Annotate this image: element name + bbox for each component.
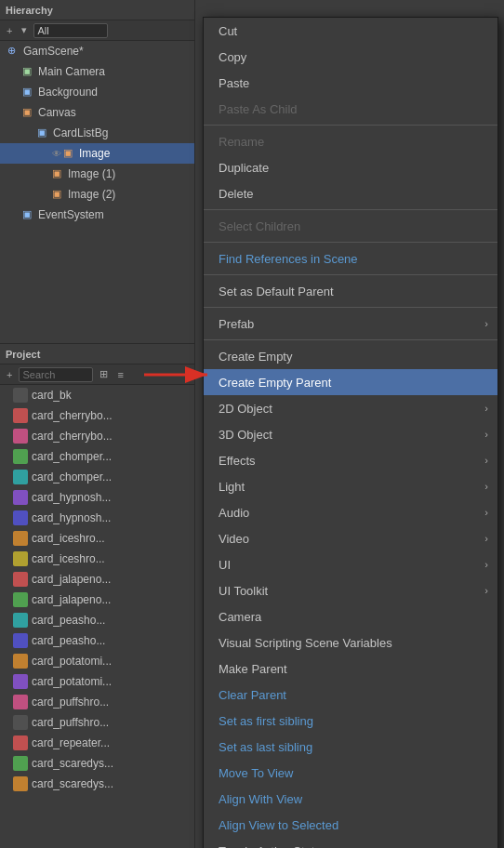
menu-item-find-references[interactable]: Find References in Scene <box>204 245 497 272</box>
menu-item-label: Paste As Child <box>219 102 298 116</box>
menu-item-cut[interactable]: Cut <box>204 18 497 44</box>
menu-item-last-sibling[interactable]: Set as last sibling <box>204 734 497 760</box>
menu-separator <box>204 274 497 275</box>
menu-separator <box>204 242 497 243</box>
menu-item-copy[interactable]: Copy <box>204 44 497 70</box>
hierarchy-item-cardlistbg[interactable]: ▣ CardListBg <box>0 123 194 143</box>
project-item[interactable]: card_jalapeno... <box>0 569 194 590</box>
submenu-arrow-icon: › <box>484 455 488 466</box>
project-item[interactable]: card_peasho... <box>0 630 194 651</box>
project-menu-button[interactable]: ≡ <box>114 368 126 381</box>
project-item[interactable]: card_repeater... <box>0 733 194 753</box>
hierarchy-item-label: Image <box>79 147 110 160</box>
menu-item-paste-as-child: Paste As Child <box>204 96 497 122</box>
project-item[interactable]: card_puffshro... <box>0 712 194 733</box>
menu-item-delete[interactable]: Delete <box>204 180 497 206</box>
project-item[interactable]: card_cherrybo... <box>0 405 194 426</box>
menu-item-label: Rename <box>219 135 264 149</box>
ui-icon: ▣ <box>52 167 65 180</box>
menu-item-label: Set as first sibling <box>219 714 313 728</box>
menu-item-label: Clear Parent <box>219 688 286 702</box>
menu-item-camera[interactable]: Camera <box>204 603 497 629</box>
menu-item-ui[interactable]: UI› <box>204 551 497 577</box>
menu-item-label: UI Toolkit <box>219 584 268 598</box>
menu-separator <box>204 209 497 210</box>
menu-item-label: Create Empty <box>219 350 292 364</box>
hierarchy-item-image[interactable]: 👁 ▣ Image <box>0 143 194 164</box>
project-item[interactable]: card_jalapeno... <box>0 590 194 610</box>
menu-separator <box>204 307 497 308</box>
menu-item-label: Toggle Active State <box>219 844 322 849</box>
menu-item-duplicate[interactable]: Duplicate <box>204 154 497 180</box>
menu-item-clear-parent[interactable]: Clear Parent <box>204 682 497 708</box>
project-item[interactable]: card_iceshro... <box>0 549 194 569</box>
menu-item-first-sibling[interactable]: Set as first sibling <box>204 708 497 734</box>
hierarchy-add-button[interactable]: + <box>4 24 15 37</box>
hierarchy-item-gamscene[interactable]: ⊕ GamScene* <box>0 41 194 61</box>
project-item[interactable]: card_scaredys... <box>0 753 194 774</box>
hierarchy-dropdown-button[interactable]: ▾ <box>19 23 30 37</box>
menu-item-create-empty[interactable]: Create Empty <box>204 343 497 369</box>
submenu-arrow-icon: › <box>484 533 488 544</box>
menu-item-label: Audio <box>219 506 249 520</box>
menu-item-ui-toolkit[interactable]: UI Toolkit› <box>204 577 497 603</box>
menu-item-label: Move To View <box>219 766 293 780</box>
hierarchy-toolbar: + ▾ <box>0 20 194 41</box>
menu-item-move-to-view[interactable]: Move To View <box>204 760 497 786</box>
submenu-arrow-icon: › <box>484 585 488 596</box>
project-item[interactable]: card_peasho... <box>0 610 194 630</box>
project-item[interactable]: card_puffshro... <box>0 692 194 712</box>
menu-item-light[interactable]: Light› <box>204 473 497 499</box>
project-item[interactable]: card_potatomi... <box>0 651 194 671</box>
project-item[interactable]: card_bk <box>0 385 194 405</box>
submenu-arrow-icon: › <box>484 429 488 440</box>
hierarchy-item-label: Main Camera <box>38 65 105 78</box>
project-item[interactable]: card_hypnosh... <box>0 487 194 508</box>
menu-item-3d-object[interactable]: 3D Object› <box>204 421 497 447</box>
project-add-button[interactable]: + <box>4 368 15 381</box>
hierarchy-item-image1[interactable]: ▣ Image (1) <box>0 164 194 184</box>
menu-item-label: Cut <box>219 24 237 38</box>
menu-item-label: UI <box>219 558 231 572</box>
menu-item-visual-scripting[interactable]: Visual Scripting Scene Variables <box>204 629 497 656</box>
menu-item-label: Video <box>219 532 249 546</box>
hierarchy-header: Hierarchy <box>0 0 194 20</box>
project-item[interactable]: card_scaredys... <box>0 774 194 794</box>
hierarchy-item-background[interactable]: ▣ Background <box>0 82 194 102</box>
project-header: Project <box>0 344 194 364</box>
project-item[interactable]: card_cherrybo... <box>0 426 194 446</box>
menu-item-paste[interactable]: Paste <box>204 70 497 96</box>
hierarchy-item-label: Background <box>38 86 98 99</box>
hierarchy-search-input[interactable] <box>33 23 108 38</box>
hierarchy-panel: Hierarchy + ▾ ⊕ GamScene* ▣ Main Camera … <box>0 0 195 344</box>
menu-item-prefab[interactable]: Prefab› <box>204 311 497 337</box>
hierarchy-item-label: Image (1) <box>68 167 115 180</box>
project-item[interactable]: card_chomper... <box>0 446 194 467</box>
menu-item-make-parent[interactable]: Make Parent <box>204 656 497 682</box>
menu-item-audio[interactable]: Audio› <box>204 499 497 525</box>
menu-item-toggle-active[interactable]: Toggle Active State <box>204 838 497 848</box>
menu-separator <box>204 125 497 126</box>
menu-item-label: Make Parent <box>219 662 287 676</box>
menu-item-create-empty-parent[interactable]: Create Empty Parent <box>204 369 497 395</box>
menu-item-align-view-to-selected[interactable]: Align View to Selected <box>204 812 497 838</box>
menu-item-effects[interactable]: Effects› <box>204 447 497 473</box>
ui-icon: ▣ <box>52 188 65 201</box>
project-item[interactable]: card_hypnosh... <box>0 508 194 528</box>
menu-item-align-with-view[interactable]: Align With View <box>204 786 497 812</box>
menu-item-set-default-parent[interactable]: Set as Default Parent <box>204 278 497 304</box>
camera-icon: ▣ <box>22 65 35 78</box>
project-search-input[interactable] <box>19 367 93 382</box>
project-item[interactable]: card_iceshro... <box>0 528 194 549</box>
hierarchy-item-eventsystem[interactable]: ▣ EventSystem <box>0 205 194 225</box>
hierarchy-item-label: CardListBg <box>53 126 108 139</box>
hierarchy-item-maincamera[interactable]: ▣ Main Camera <box>0 61 194 82</box>
menu-item-2d-object[interactable]: 2D Object› <box>204 395 497 421</box>
hierarchy-item-canvas[interactable]: ▣ Canvas <box>0 102 194 123</box>
menu-item-video[interactable]: Video› <box>204 525 497 551</box>
project-item[interactable]: card_potatomi... <box>0 671 194 692</box>
hierarchy-item-image2[interactable]: ▣ Image (2) <box>0 184 194 205</box>
project-view-button[interactable]: ⊞ <box>97 367 111 381</box>
project-item[interactable]: card_chomper... <box>0 467 194 487</box>
submenu-arrow-icon: › <box>484 481 488 492</box>
